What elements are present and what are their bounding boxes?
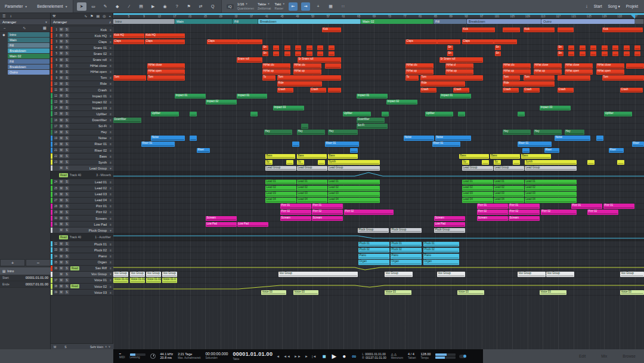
clip[interactable]: Vox Group	[146, 272, 161, 277]
track-row[interactable]: 31MSLow Pad≡	[51, 222, 113, 227]
mute-button[interactable]: M	[59, 284, 64, 288]
arrangement-lane-row[interactable]: Voice 01-01Voice 01-01Voice 01-01Voice 0…	[113, 278, 644, 284]
track-row[interactable]: 34MSPiano≡	[51, 254, 113, 260]
clip[interactable]: Crash	[620, 88, 643, 93]
download-icon[interactable]: ↓	[586, 4, 588, 9]
arrangement-lane-row[interactable]: Pizz 01Pizz 01Pizz 01Pizz 01Pizz 01Pizz …	[113, 204, 644, 210]
clip[interactable]	[590, 45, 596, 51]
mute-button[interactable]: M	[59, 260, 64, 264]
track-row[interactable]: 35MSOrgan≡	[51, 260, 113, 266]
clip[interactable]: Vox Group	[113, 272, 128, 277]
clip[interactable]: Kick	[602, 27, 643, 33]
clip[interactable]: Lead 03	[265, 192, 296, 197]
clip[interactable]: Lead 04	[525, 198, 577, 203]
arranger-section-item[interactable]: ◉Intro	[0, 32, 50, 37]
track-row[interactable]: 14MSImpact 03≡	[51, 105, 113, 111]
clip[interactable]: Noise	[435, 136, 471, 141]
clip[interactable]	[634, 51, 640, 57]
track-row[interactable]: 8MSHiHat open≡	[51, 69, 113, 75]
marker-icon[interactable]: ⚑	[90, 14, 93, 18]
clip[interactable]: HiHat open	[565, 69, 593, 75]
arranger-section-item[interactable]: Outro	[0, 69, 50, 75]
clip[interactable]	[612, 51, 618, 57]
clip[interactable]: Kick HQ	[113, 33, 144, 39]
macro-button[interactable]: ∷	[339, 2, 348, 11]
clip[interactable]: Low Pad	[237, 222, 268, 227]
clip[interactable]: Lead Group	[328, 166, 380, 171]
clip[interactable]: HiHat clo	[293, 63, 321, 69]
clip[interactable]: Sy	[297, 160, 304, 165]
solo-button[interactable]: S	[64, 100, 69, 104]
solo-button[interactable]: S	[64, 130, 69, 134]
level-meter-icon[interactable]: ≡	[108, 52, 113, 56]
clip[interactable]: Crash	[420, 88, 436, 93]
clip[interactable]: Lead 02	[462, 186, 493, 191]
clip[interactable]: Lead Group	[265, 166, 296, 171]
solo-button[interactable]: S	[64, 216, 69, 220]
track-row[interactable]: 12MSImpact 01≡	[51, 93, 113, 99]
clip[interactable]: Sr Snare roll	[298, 57, 341, 63]
clip[interactable]	[437, 39, 460, 45]
clip[interactable]	[596, 136, 603, 141]
info-icon[interactable]: i	[10, 14, 11, 18]
clip[interactable]: Bass	[459, 154, 489, 159]
clip[interactable]: Pizz 02	[541, 210, 577, 215]
clip[interactable]: Claps	[462, 39, 494, 45]
solo-button[interactable]: S	[64, 51, 69, 56]
solo-button[interactable]: S	[64, 58, 69, 62]
arranger-track-header[interactable]: Arranger ♪	[51, 19, 113, 25]
browse-view-button[interactable]: Browse	[623, 354, 636, 358]
target-icon[interactable]: ◎	[103, 14, 106, 18]
level-meter-icon[interactable]: ≡	[108, 254, 113, 258]
clip[interactable]: Pizz 01	[477, 204, 508, 209]
arranger-section[interactable]: Fill	[233, 19, 258, 24]
clip[interactable]: Tom	[420, 75, 483, 81]
clip[interactable]: Voice 03	[385, 290, 411, 296]
wrench-icon[interactable]: ⚒	[52, 14, 55, 18]
wave-icon[interactable]: ∿	[23, 26, 26, 30]
clip[interactable]: Lead 01	[265, 180, 296, 185]
clip[interactable]: Lead 04	[297, 198, 327, 203]
clip[interactable]: Lead 01	[297, 180, 327, 185]
clip[interactable]: Crash	[524, 88, 540, 93]
clip[interactable]: HiHat clo	[405, 63, 434, 69]
clip[interactable]	[482, 160, 489, 165]
solo-button[interactable]: S	[64, 248, 69, 252]
clip[interactable]: Sy	[462, 160, 469, 165]
clip[interactable]: Impact 03	[540, 106, 571, 111]
remove-section-icon[interactable]: −	[4, 26, 6, 30]
clip[interactable]: Kick	[524, 27, 555, 33]
menu-icon[interactable]: ☰	[2, 14, 5, 18]
clip[interactable]: Scream	[280, 216, 311, 222]
track-row[interactable]: 10MSRide≡	[51, 81, 113, 87]
clip[interactable]: Synth	[525, 160, 577, 165]
clip[interactable]: HiHat open	[147, 69, 185, 75]
arrangement-lane-row[interactable]: Vox GroupVox GroupVox GroupVox GroupVox …	[113, 272, 644, 278]
clip[interactable]: Organ	[358, 260, 389, 265]
clip[interactable]: Hey	[534, 130, 562, 135]
mute-button[interactable]: M	[59, 106, 64, 110]
expand-icon[interactable]: ▾	[108, 229, 113, 232]
clip[interactable]: Pluck 02	[391, 248, 422, 253]
arranger-panel-title[interactable]: Arranger ▼	[0, 19, 50, 25]
mute-button[interactable]: M	[59, 94, 64, 98]
clip[interactable]: Pluck 02	[358, 248, 389, 253]
clip[interactable]: Tom	[524, 75, 555, 81]
solo-button[interactable]: S	[64, 166, 69, 170]
track-row[interactable]: 2MSKick HQ≡	[51, 33, 113, 39]
track-row[interactable]: 29MSPizz 02≡	[51, 210, 113, 216]
clip[interactable]: Lead 01	[494, 180, 524, 185]
clip[interactable]: Crash	[453, 88, 469, 93]
clip[interactable]	[580, 51, 586, 57]
arrangement-lane-row[interactable]: UpfilterUpfilterUpfilterUpfilter	[113, 111, 644, 117]
timesig-display[interactable]: 4 / 4 Taktart	[408, 353, 416, 360]
clip[interactable]: Downfilter	[113, 118, 141, 123]
marker-tool-icon[interactable]: ⚑	[184, 2, 194, 11]
clip[interactable]: Pizz 02	[344, 210, 394, 215]
solo-button[interactable]: S	[64, 228, 69, 232]
clip[interactable]: Piano	[358, 254, 389, 259]
arranger-section-item[interactable]: Fill	[0, 59, 50, 64]
level-meter-icon[interactable]: ≡	[108, 260, 113, 264]
record-button[interactable]: ●	[342, 353, 346, 359]
solo-button[interactable]: S	[64, 180, 69, 184]
